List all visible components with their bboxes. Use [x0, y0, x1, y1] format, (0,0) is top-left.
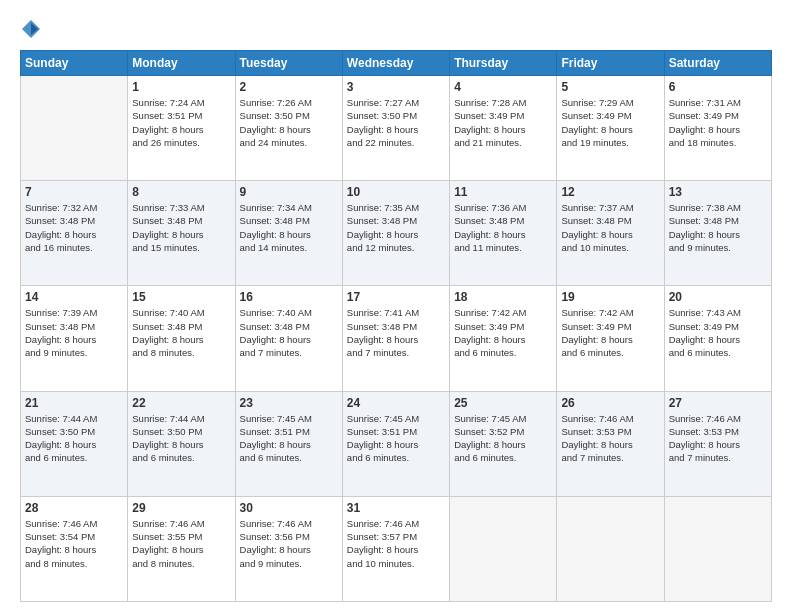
calendar-week-row: 1Sunrise: 7:24 AM Sunset: 3:51 PM Daylig… [21, 76, 772, 181]
cell-info: Sunrise: 7:32 AM Sunset: 3:48 PM Dayligh… [25, 201, 123, 254]
calendar-header-row: SundayMondayTuesdayWednesdayThursdayFrid… [21, 51, 772, 76]
calendar-cell: 21Sunrise: 7:44 AM Sunset: 3:50 PM Dayli… [21, 391, 128, 496]
calendar-cell: 10Sunrise: 7:35 AM Sunset: 3:48 PM Dayli… [342, 181, 449, 286]
cell-info: Sunrise: 7:46 AM Sunset: 3:53 PM Dayligh… [561, 412, 659, 465]
calendar-cell: 4Sunrise: 7:28 AM Sunset: 3:49 PM Daylig… [450, 76, 557, 181]
cell-info: Sunrise: 7:46 AM Sunset: 3:57 PM Dayligh… [347, 517, 445, 570]
calendar-cell [664, 496, 771, 601]
day-number: 20 [669, 290, 767, 304]
day-number: 6 [669, 80, 767, 94]
cell-info: Sunrise: 7:26 AM Sunset: 3:50 PM Dayligh… [240, 96, 338, 149]
calendar-cell: 31Sunrise: 7:46 AM Sunset: 3:57 PM Dayli… [342, 496, 449, 601]
day-number: 4 [454, 80, 552, 94]
cell-info: Sunrise: 7:39 AM Sunset: 3:48 PM Dayligh… [25, 306, 123, 359]
cell-info: Sunrise: 7:29 AM Sunset: 3:49 PM Dayligh… [561, 96, 659, 149]
day-number: 11 [454, 185, 552, 199]
calendar-cell: 13Sunrise: 7:38 AM Sunset: 3:48 PM Dayli… [664, 181, 771, 286]
calendar-cell: 25Sunrise: 7:45 AM Sunset: 3:52 PM Dayli… [450, 391, 557, 496]
cell-info: Sunrise: 7:46 AM Sunset: 3:55 PM Dayligh… [132, 517, 230, 570]
cell-info: Sunrise: 7:42 AM Sunset: 3:49 PM Dayligh… [454, 306, 552, 359]
calendar-cell: 3Sunrise: 7:27 AM Sunset: 3:50 PM Daylig… [342, 76, 449, 181]
weekday-header: Saturday [664, 51, 771, 76]
calendar-cell [450, 496, 557, 601]
day-number: 19 [561, 290, 659, 304]
weekday-header: Friday [557, 51, 664, 76]
day-number: 24 [347, 396, 445, 410]
cell-info: Sunrise: 7:34 AM Sunset: 3:48 PM Dayligh… [240, 201, 338, 254]
calendar-cell: 2Sunrise: 7:26 AM Sunset: 3:50 PM Daylig… [235, 76, 342, 181]
weekday-header: Monday [128, 51, 235, 76]
day-number: 16 [240, 290, 338, 304]
day-number: 10 [347, 185, 445, 199]
weekday-header: Tuesday [235, 51, 342, 76]
cell-info: Sunrise: 7:31 AM Sunset: 3:49 PM Dayligh… [669, 96, 767, 149]
calendar-week-row: 7Sunrise: 7:32 AM Sunset: 3:48 PM Daylig… [21, 181, 772, 286]
cell-info: Sunrise: 7:41 AM Sunset: 3:48 PM Dayligh… [347, 306, 445, 359]
cell-info: Sunrise: 7:45 AM Sunset: 3:51 PM Dayligh… [240, 412, 338, 465]
cell-info: Sunrise: 7:38 AM Sunset: 3:48 PM Dayligh… [669, 201, 767, 254]
calendar-cell: 19Sunrise: 7:42 AM Sunset: 3:49 PM Dayli… [557, 286, 664, 391]
cell-info: Sunrise: 7:27 AM Sunset: 3:50 PM Dayligh… [347, 96, 445, 149]
day-number: 3 [347, 80, 445, 94]
cell-info: Sunrise: 7:37 AM Sunset: 3:48 PM Dayligh… [561, 201, 659, 254]
cell-info: Sunrise: 7:44 AM Sunset: 3:50 PM Dayligh… [132, 412, 230, 465]
calendar-cell [557, 496, 664, 601]
calendar-cell: 30Sunrise: 7:46 AM Sunset: 3:56 PM Dayli… [235, 496, 342, 601]
calendar-cell: 16Sunrise: 7:40 AM Sunset: 3:48 PM Dayli… [235, 286, 342, 391]
calendar-cell: 5Sunrise: 7:29 AM Sunset: 3:49 PM Daylig… [557, 76, 664, 181]
day-number: 2 [240, 80, 338, 94]
cell-info: Sunrise: 7:43 AM Sunset: 3:49 PM Dayligh… [669, 306, 767, 359]
weekday-header: Sunday [21, 51, 128, 76]
calendar-cell: 8Sunrise: 7:33 AM Sunset: 3:48 PM Daylig… [128, 181, 235, 286]
calendar-cell: 24Sunrise: 7:45 AM Sunset: 3:51 PM Dayli… [342, 391, 449, 496]
calendar-cell: 7Sunrise: 7:32 AM Sunset: 3:48 PM Daylig… [21, 181, 128, 286]
day-number: 28 [25, 501, 123, 515]
day-number: 15 [132, 290, 230, 304]
cell-info: Sunrise: 7:42 AM Sunset: 3:49 PM Dayligh… [561, 306, 659, 359]
cell-info: Sunrise: 7:45 AM Sunset: 3:52 PM Dayligh… [454, 412, 552, 465]
calendar-cell: 29Sunrise: 7:46 AM Sunset: 3:55 PM Dayli… [128, 496, 235, 601]
calendar-cell: 9Sunrise: 7:34 AM Sunset: 3:48 PM Daylig… [235, 181, 342, 286]
day-number: 30 [240, 501, 338, 515]
day-number: 18 [454, 290, 552, 304]
logo-icon [20, 18, 42, 40]
weekday-header: Thursday [450, 51, 557, 76]
cell-info: Sunrise: 7:44 AM Sunset: 3:50 PM Dayligh… [25, 412, 123, 465]
day-number: 9 [240, 185, 338, 199]
day-number: 17 [347, 290, 445, 304]
day-number: 21 [25, 396, 123, 410]
calendar-cell: 11Sunrise: 7:36 AM Sunset: 3:48 PM Dayli… [450, 181, 557, 286]
calendar-cell: 1Sunrise: 7:24 AM Sunset: 3:51 PM Daylig… [128, 76, 235, 181]
calendar-week-row: 14Sunrise: 7:39 AM Sunset: 3:48 PM Dayli… [21, 286, 772, 391]
day-number: 26 [561, 396, 659, 410]
cell-info: Sunrise: 7:28 AM Sunset: 3:49 PM Dayligh… [454, 96, 552, 149]
calendar-week-row: 28Sunrise: 7:46 AM Sunset: 3:54 PM Dayli… [21, 496, 772, 601]
day-number: 12 [561, 185, 659, 199]
day-number: 13 [669, 185, 767, 199]
calendar-cell: 18Sunrise: 7:42 AM Sunset: 3:49 PM Dayli… [450, 286, 557, 391]
cell-info: Sunrise: 7:24 AM Sunset: 3:51 PM Dayligh… [132, 96, 230, 149]
calendar-cell: 14Sunrise: 7:39 AM Sunset: 3:48 PM Dayli… [21, 286, 128, 391]
day-number: 27 [669, 396, 767, 410]
calendar-table: SundayMondayTuesdayWednesdayThursdayFrid… [20, 50, 772, 602]
day-number: 31 [347, 501, 445, 515]
cell-info: Sunrise: 7:45 AM Sunset: 3:51 PM Dayligh… [347, 412, 445, 465]
cell-info: Sunrise: 7:33 AM Sunset: 3:48 PM Dayligh… [132, 201, 230, 254]
day-number: 14 [25, 290, 123, 304]
header [20, 18, 772, 40]
day-number: 5 [561, 80, 659, 94]
day-number: 23 [240, 396, 338, 410]
calendar-cell: 22Sunrise: 7:44 AM Sunset: 3:50 PM Dayli… [128, 391, 235, 496]
cell-info: Sunrise: 7:40 AM Sunset: 3:48 PM Dayligh… [240, 306, 338, 359]
logo [20, 18, 44, 40]
calendar-cell: 26Sunrise: 7:46 AM Sunset: 3:53 PM Dayli… [557, 391, 664, 496]
cell-info: Sunrise: 7:35 AM Sunset: 3:48 PM Dayligh… [347, 201, 445, 254]
cell-info: Sunrise: 7:46 AM Sunset: 3:54 PM Dayligh… [25, 517, 123, 570]
weekday-header: Wednesday [342, 51, 449, 76]
calendar-cell: 17Sunrise: 7:41 AM Sunset: 3:48 PM Dayli… [342, 286, 449, 391]
calendar-week-row: 21Sunrise: 7:44 AM Sunset: 3:50 PM Dayli… [21, 391, 772, 496]
calendar-cell: 23Sunrise: 7:45 AM Sunset: 3:51 PM Dayli… [235, 391, 342, 496]
day-number: 1 [132, 80, 230, 94]
day-number: 25 [454, 396, 552, 410]
calendar-cell: 12Sunrise: 7:37 AM Sunset: 3:48 PM Dayli… [557, 181, 664, 286]
